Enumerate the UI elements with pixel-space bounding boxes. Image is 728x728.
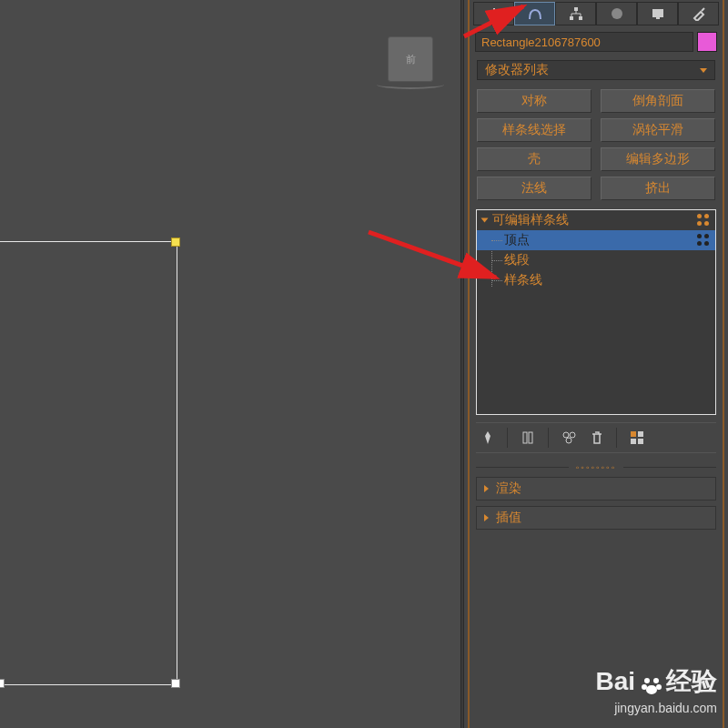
svg-rect-0 [574,7,578,11]
expand-icon [484,485,489,492]
rollout-label: 渲染 [496,480,521,497]
mod-btn-spline-select[interactable]: 样条线选择 [477,118,592,142]
watermark-url: jingyan.baidu.com [595,701,717,715]
tab-utilities[interactable] [678,2,719,25]
mod-btn-edit-poly[interactable]: 编辑多边形 [601,147,715,171]
vertex-handle[interactable] [171,238,180,247]
mod-btn-extrude[interactable]: 挤出 [601,177,715,200]
mod-btn-normal[interactable]: 法线 [477,177,592,200]
mod-btn-turbosmooth[interactable]: 涡轮平滑 [601,118,715,142]
brand-text: Bai [595,667,635,696]
viewcube-label: 前 [406,53,416,66]
brand-text: 经验 [666,664,717,699]
stack-sub-label: 顶点 [504,232,530,248]
separator [616,428,617,448]
viewcube-base [377,80,444,89]
stack-root-label: 可编辑样条线 [492,212,569,228]
svg-rect-12 [638,431,643,437]
svg-rect-6 [523,432,527,443]
rollout-label: 插值 [496,510,521,526]
tab-motion[interactable] [596,2,637,25]
command-panel: Rectangle2106787600 修改器列表 对称 倒角剖面 样条线选择 … [463,0,728,728]
stack-sub-segment[interactable]: 线段 [477,250,715,270]
stack-toolbar [476,422,716,453]
svg-rect-11 [631,431,636,437]
configure-modifier-sets-icon[interactable] [630,430,644,445]
divider: ◦◦◦◦◦◦◦◦ [476,462,716,471]
svg-point-19 [646,685,657,694]
svg-point-16 [653,678,659,683]
stack-sub-spline[interactable]: 样条线 [477,270,715,290]
svg-rect-14 [638,439,643,444]
expand-icon [484,514,489,521]
expand-icon [481,218,489,223]
svg-rect-7 [529,432,532,443]
chevron-down-icon [700,68,707,73]
vertex-handle[interactable] [171,679,180,688]
tree-connector [491,260,502,261]
modifier-list-dropdown[interactable]: 修改器列表 [477,60,715,80]
rollout-render[interactable]: 渲染 [476,477,716,500]
svg-point-9 [570,432,575,438]
tab-modify[interactable] [514,2,555,25]
subobject-icon [697,214,710,227]
svg-rect-4 [652,9,663,17]
object-name-field[interactable]: Rectangle2106787600 [475,32,693,52]
show-end-result-icon[interactable] [521,430,535,445]
stack-sub-label: 样条线 [504,272,542,288]
stack-sub-vertex[interactable]: 顶点 [477,230,715,250]
modifier-list-label: 修改器列表 [485,62,549,78]
modifier-buttons: 对称 倒角剖面 样条线选择 涡轮平滑 壳 编辑多边形 法线 挤出 [470,84,723,204]
viewcube[interactable]: 前 [388,36,433,82]
svg-point-10 [566,438,571,443]
svg-point-15 [644,678,650,683]
stack-root-editable-spline[interactable]: 可编辑样条线 [477,210,715,230]
panel-tabs [470,0,723,27]
viewport[interactable]: 前 [0,0,461,728]
object-color-swatch[interactable] [697,32,717,52]
tab-display[interactable] [637,2,678,25]
svg-point-3 [612,8,622,19]
mod-btn-symmetry[interactable]: 对称 [477,89,592,113]
selected-rectangle[interactable] [0,241,177,685]
tree-connector [491,280,502,281]
tab-create[interactable] [473,2,514,25]
stack-sub-label: 线段 [504,252,530,268]
svg-rect-1 [570,16,573,20]
tree-connector [491,240,502,241]
paw-icon [641,667,662,696]
vertex-handle[interactable] [0,679,5,688]
svg-rect-5 [656,17,660,19]
separator [507,428,508,448]
svg-rect-13 [631,439,636,444]
modifier-stack[interactable]: 可编辑样条线 顶点 线段 样条线 [476,209,716,415]
pin-stack-icon[interactable] [481,430,494,445]
mod-btn-shell[interactable]: 壳 [477,147,592,171]
separator [548,428,549,448]
tab-hierarchy[interactable] [555,2,596,25]
svg-rect-2 [579,16,582,20]
svg-point-8 [563,432,569,438]
subobject-icon [697,234,710,247]
rollout-interpolation[interactable]: 插值 [476,506,716,530]
watermark: Bai 经验 jingyan.baidu.com [595,664,717,715]
make-unique-icon[interactable] [561,430,578,445]
remove-modifier-icon[interactable] [591,430,603,445]
mod-btn-bevel-profile[interactable]: 倒角剖面 [601,89,715,113]
